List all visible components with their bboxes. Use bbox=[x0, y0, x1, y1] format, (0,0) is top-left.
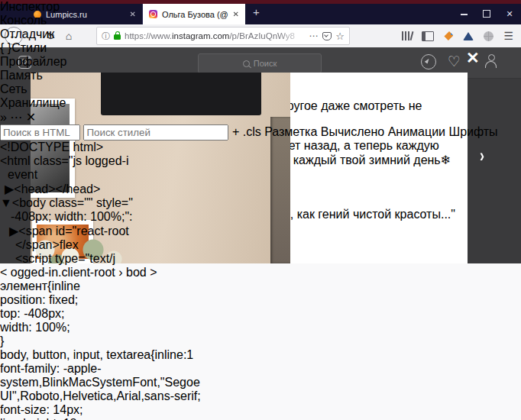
css-declaration[interactable]: font-family: -apple- bbox=[0, 362, 498, 376]
css-declaration-wrap[interactable]: UI",Roboto,Helvetica,Arial,sans-serif; bbox=[0, 389, 498, 403]
devtools-tab-profiler[interactable]: Профайлер bbox=[0, 55, 498, 69]
markup-line-selected[interactable]: -408px; width: 100%;": bbox=[0, 210, 498, 224]
braces-icon: { } bbox=[0, 41, 11, 54]
rule-origin-link[interactable]: inline:1 bbox=[155, 348, 194, 361]
breadcrumb-item[interactable]: ogged-in.client-root bbox=[11, 266, 115, 279]
toggle-classes-button[interactable]: .cls bbox=[243, 125, 261, 138]
markup-line[interactable]: <!DOCTYPE html> bbox=[0, 141, 498, 154]
breadcrumb-item-selected[interactable]: bod bbox=[126, 266, 147, 279]
sidebar-tab-animations[interactable]: Анимации bbox=[388, 125, 445, 138]
expand-arrow-icon[interactable]: ▶ bbox=[5, 183, 14, 195]
sidebar-tab-fonts[interactable]: Шрифты bbox=[448, 125, 497, 138]
expand-arrow-icon[interactable]: ▶ bbox=[9, 225, 18, 237]
breadcrumb-next-icon[interactable]: > bbox=[150, 266, 157, 279]
css-declaration[interactable]: line-height: 18px; bbox=[0, 417, 498, 420]
css-declaration[interactable]: position: fixed; bbox=[0, 293, 498, 307]
overflow-tabs-button[interactable]: » bbox=[0, 111, 7, 124]
sidebar-tab-computed[interactable]: Вычислено bbox=[321, 125, 384, 138]
breadcrumb-separator: › bbox=[118, 266, 122, 279]
close-window-button[interactable]: ✕ bbox=[498, 9, 521, 19]
markup-line[interactable]: ▶<span id="react-root bbox=[0, 224, 498, 238]
devtools-close-icon[interactable]: ✕ bbox=[26, 111, 36, 124]
devtools-tab-storage[interactable]: Хранилище bbox=[0, 96, 498, 110]
rules-filter-input[interactable] bbox=[83, 124, 228, 141]
rule-close-brace: } bbox=[0, 334, 498, 348]
css-declaration[interactable]: font-size: 14px; bbox=[0, 403, 498, 417]
devtools-tab-console[interactable]: Консоль bbox=[0, 14, 498, 27]
flex-badge[interactable]: flex bbox=[60, 238, 79, 251]
devtools-subtoolbar: + .cls Разметка Вычислено Анимации Шрифт… bbox=[0, 124, 498, 141]
add-rule-button[interactable]: + bbox=[232, 125, 239, 138]
devtools-tab-debugger[interactable]: Отладчик bbox=[0, 27, 498, 41]
devtools-tab-memory[interactable]: Память bbox=[0, 69, 498, 82]
css-declaration[interactable]: top: -408px; bbox=[0, 307, 498, 321]
devtools-settings-icon[interactable]: ⋯ bbox=[10, 111, 22, 124]
css-declaration[interactable]: width: 100%; bbox=[0, 321, 498, 334]
collapse-arrow-icon[interactable]: ▼ bbox=[0, 196, 12, 209]
devtools-toolbar: Инспектор Консоль Отладчик { }Стили Проф… bbox=[0, 0, 498, 124]
devtools-tab-styles[interactable]: { }Стили bbox=[0, 41, 498, 55]
markup-pane: <!DOCTYPE html> <html class="js logged-i… bbox=[0, 141, 498, 279]
breadcrumb: < ogged-in.client-root › bod > bbox=[0, 266, 498, 279]
markup-line-selected[interactable]: ▼<body class="" style=" bbox=[0, 196, 498, 210]
html-search-input[interactable] bbox=[0, 124, 80, 141]
rules-pane: элемент{inline position: fixed; top: -40… bbox=[0, 279, 498, 420]
markup-line[interactable]: <html class="js logged-i bbox=[0, 154, 498, 168]
breadcrumb-prev-icon[interactable]: < bbox=[0, 266, 7, 279]
rule-selector[interactable]: body, button, input, textarea{inline:1 bbox=[0, 348, 498, 362]
event-badge[interactable]: event bbox=[8, 168, 37, 181]
rule-selector[interactable]: элемент{inline bbox=[0, 279, 498, 293]
rule-origin-link[interactable]: inline bbox=[51, 279, 79, 292]
menu-icon[interactable]: ☰ bbox=[503, 30, 513, 42]
devtools-panel: Инспектор Консоль Отладчик { }Стили Проф… bbox=[0, 0, 498, 420]
sidebar-tab-layout[interactable]: Разметка bbox=[264, 125, 317, 138]
markup-line[interactable]: <script type="text/j bbox=[0, 252, 498, 266]
markup-line[interactable]: ▶<head></head> bbox=[0, 182, 498, 196]
markup-line[interactable]: event bbox=[0, 168, 498, 182]
browser-window: Lumpics.ru ✕ Ольга Бузова (@buzova86) • … bbox=[0, 0, 521, 420]
markup-line[interactable]: </span>flex bbox=[0, 238, 498, 252]
devtools-tab-network[interactable]: Сеть bbox=[0, 82, 498, 96]
devtools-tab-inspector[interactable]: Инспектор bbox=[0, 0, 498, 14]
css-declaration-wrap[interactable]: system,BlinkMacSystemFont,"Segoe bbox=[0, 376, 498, 389]
